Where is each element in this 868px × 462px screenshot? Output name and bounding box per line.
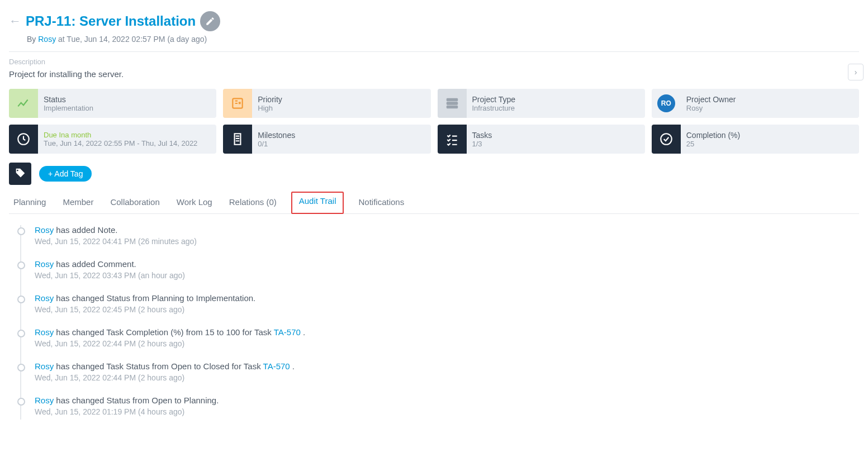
audit-user[interactable]: Rosy xyxy=(35,293,54,303)
audit-timestamp: Wed, Jun 15, 2022 02:44 PM (2 hours ago) xyxy=(35,339,859,348)
byline-timestamp: at Tue, Jun 14, 2022 02:57 PM (a day ago… xyxy=(56,35,207,44)
svg-point-5 xyxy=(661,134,672,145)
card-due[interactable]: Due Ina month Tue, Jun 14, 2022 02:55 PM… xyxy=(9,125,216,154)
audit-task-link[interactable]: TA-570 xyxy=(263,361,290,371)
card-milestones[interactable]: Milestones 0/1 xyxy=(223,125,430,154)
card-tasks[interactable]: Tasks 1/3 xyxy=(438,125,645,154)
audit-message: Rosy has changed Task Status from Open t… xyxy=(35,361,859,371)
card-status[interactable]: Status Implementation xyxy=(9,89,216,118)
tab-member[interactable]: Member xyxy=(60,192,96,214)
svg-rect-3 xyxy=(447,106,458,108)
page-title: PRJ-11: Server Installation xyxy=(26,13,196,29)
owner-avatar: RO xyxy=(652,89,681,118)
audit-message: Rosy has added Note. xyxy=(35,225,859,235)
page-header: ← PRJ-11: Server Installation xyxy=(9,9,859,32)
audit-item: Rosy has changed Task Completion (%) fro… xyxy=(20,327,859,361)
tab-audit-trail[interactable]: Audit Trail xyxy=(291,192,344,214)
tag-icon[interactable] xyxy=(9,163,31,185)
expand-panel-button[interactable]: › xyxy=(848,64,864,80)
card-project-type[interactable]: Project Type Infrastructure xyxy=(438,89,645,118)
audit-message: Rosy has changed Task Completion (%) fro… xyxy=(35,327,859,337)
audit-item: Rosy has changed Status from Open to Pla… xyxy=(20,396,859,420)
audit-message: Rosy has changed Status from Open to Pla… xyxy=(35,396,859,405)
audit-user[interactable]: Rosy xyxy=(35,225,54,235)
tab-planning[interactable]: Planning xyxy=(11,192,48,214)
audit-timestamp: Wed, Jun 15, 2022 02:45 PM (2 hours ago) xyxy=(35,305,859,314)
tasks-icon xyxy=(438,125,467,154)
tags-row: + Add Tag xyxy=(9,163,859,185)
pencil-icon xyxy=(205,16,215,26)
clock-icon xyxy=(9,125,38,154)
audit-item: Rosy has added Comment.Wed, Jun 15, 2022… xyxy=(20,259,859,293)
card-completion[interactable]: Completion (%) 25 xyxy=(652,125,859,154)
audit-item: Rosy has changed Task Status from Open t… xyxy=(20,361,859,396)
avatar: RO xyxy=(657,94,675,112)
info-grid: Status Implementation Priority High Proj… xyxy=(9,89,859,154)
audit-task-link[interactable]: TA-570 xyxy=(274,327,301,337)
tab-relations-0-[interactable]: Relations (0) xyxy=(227,192,279,214)
project-type-icon xyxy=(438,89,467,118)
svg-rect-2 xyxy=(447,102,458,104)
audit-timestamp: Wed, Jun 15, 2022 03:43 PM (an hour ago) xyxy=(35,271,859,280)
audit-user[interactable]: Rosy xyxy=(35,259,54,269)
tab-notifications[interactable]: Notifications xyxy=(356,192,406,214)
card-priority[interactable]: Priority High xyxy=(223,89,430,118)
byline: By Rosy at Tue, Jun 14, 2022 02:57 PM (a… xyxy=(9,32,859,51)
audit-timestamp: Wed, Jun 15, 2022 04:41 PM (26 minutes a… xyxy=(35,237,859,246)
audit-timestamp: Wed, Jun 15, 2022 02:44 PM (2 hours ago) xyxy=(35,373,859,382)
svg-rect-1 xyxy=(447,98,458,101)
byline-user[interactable]: Rosy xyxy=(38,35,56,44)
edit-button[interactable] xyxy=(200,11,220,31)
audit-user[interactable]: Rosy xyxy=(35,327,54,337)
add-tag-button[interactable]: + Add Tag xyxy=(39,166,92,182)
audit-timestamp: Wed, Jun 15, 2022 01:19 PM (4 hours ago) xyxy=(35,407,859,416)
audit-message: Rosy has added Comment. xyxy=(35,259,859,269)
card-owner[interactable]: RO Project Owner Rosy xyxy=(652,89,859,118)
audit-user[interactable]: Rosy xyxy=(35,361,54,371)
audit-item: Rosy has added Note.Wed, Jun 15, 2022 04… xyxy=(20,225,859,259)
tab-collaboration[interactable]: Collaboration xyxy=(108,192,162,214)
description-label: Description xyxy=(9,58,859,66)
status-icon xyxy=(9,89,38,118)
description-text: Project for installing the server. xyxy=(9,69,859,79)
milestone-icon xyxy=(223,125,252,154)
back-arrow-icon[interactable]: ← xyxy=(9,14,21,28)
audit-item: Rosy has changed Status from Planning to… xyxy=(20,293,859,327)
audit-user[interactable]: Rosy xyxy=(35,396,54,405)
tabs: PlanningMemberCollaborationWork LogRelat… xyxy=(9,192,859,214)
tab-work-log[interactable]: Work Log xyxy=(174,192,215,214)
priority-icon xyxy=(223,89,252,118)
completion-icon xyxy=(652,125,681,154)
divider xyxy=(9,51,859,52)
audit-trail-list: Rosy has added Note.Wed, Jun 15, 2022 04… xyxy=(9,225,859,420)
audit-message: Rosy has changed Status from Planning to… xyxy=(35,293,859,303)
